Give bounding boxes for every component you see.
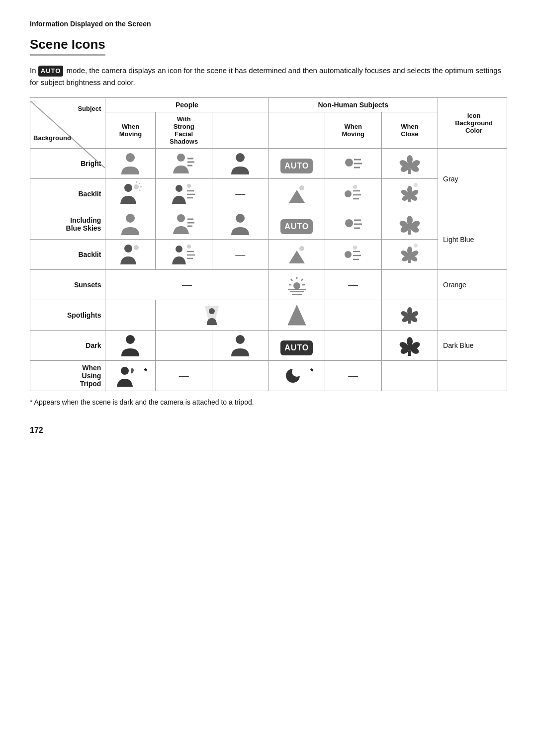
top-label: Information Displayed on the Screen	[30, 20, 507, 28]
dark-nh-auto-icon: AUTO	[268, 331, 325, 361]
row-backlit-2: Backlit —	[30, 240, 507, 270]
spotlights-nh-moving-dash	[325, 300, 382, 331]
sunsets-nh-close-dash	[381, 270, 438, 300]
svg-point-1	[126, 153, 135, 162]
bright-people-icon	[105, 149, 156, 179]
backlit1-label: Backlit	[30, 179, 105, 209]
row-dark: Dark AUTO	[30, 331, 507, 361]
bright-people-moving-icon	[156, 149, 212, 179]
row-tripod: WhenUsingTripod * — *	[30, 361, 507, 391]
spotlights-nh-icon	[268, 300, 325, 331]
backlit2-nh-icon	[268, 240, 325, 270]
svg-line-21	[139, 183, 140, 184]
spotlights-color-empty	[438, 300, 507, 331]
svg-rect-17	[408, 169, 411, 174]
blue-skies-nh-close-icon	[381, 209, 438, 240]
dark-nh-close-icon	[381, 331, 438, 361]
svg-point-102	[126, 335, 135, 344]
svg-line-87	[291, 279, 292, 281]
spotlights-people-icon	[156, 300, 268, 331]
svg-point-109	[406, 344, 413, 351]
gray-color-label: Gray	[438, 149, 507, 209]
svg-rect-42	[408, 198, 411, 202]
backlit2-nh-close-icon	[381, 240, 438, 270]
auto-badge-blueskies: AUTO	[280, 219, 313, 234]
tripod-nh-close-dash	[381, 361, 438, 391]
svg-point-32	[353, 185, 357, 189]
svg-point-64	[187, 245, 191, 249]
when-moving-header-nh: WhenMoving	[325, 112, 382, 149]
non-human-header: Non-Human Subjects	[268, 98, 438, 112]
svg-point-24	[176, 185, 182, 192]
blue-skies-people-icon	[105, 209, 156, 240]
sunsets-nh-moving-dash: —	[325, 270, 382, 300]
svg-line-23	[139, 190, 140, 191]
svg-point-7	[345, 159, 353, 167]
backlit2-people-icon	[105, 240, 156, 270]
blue-skies-nh-auto-icon: AUTO	[268, 209, 325, 240]
auto-badge: AUTO	[38, 66, 64, 77]
backlit1-nh-close-icon	[381, 179, 438, 209]
svg-marker-29	[289, 190, 305, 203]
svg-point-59	[406, 223, 413, 230]
people-header: People	[105, 98, 268, 112]
dark-label: Dark	[30, 331, 105, 361]
backlit1-nh-moving-icon	[325, 179, 382, 209]
svg-point-44	[126, 214, 135, 223]
svg-point-6	[236, 153, 245, 162]
scene-icons-table: Subject Background People Non-Human Subj…	[30, 97, 507, 391]
backlit2-label: Backlit	[30, 240, 105, 270]
dark-people-icon	[105, 331, 156, 361]
svg-point-49	[236, 214, 245, 223]
svg-rect-101	[408, 319, 411, 324]
svg-point-70	[345, 251, 352, 258]
svg-point-100	[407, 313, 413, 319]
blue-skies-nh-moving-icon	[325, 209, 382, 240]
svg-point-69	[299, 246, 304, 251]
bright-nh-auto-icon: AUTO	[268, 149, 325, 179]
subject-background-header: Subject Background	[30, 98, 105, 149]
tripod-nh-moving-dash: —	[325, 361, 382, 391]
light-blue-color-label: Light Blue	[438, 209, 507, 270]
spotlights-nh-close-icon	[381, 300, 438, 331]
svg-point-31	[345, 190, 352, 197]
spotlights-people-dash	[105, 300, 156, 331]
svg-line-85	[301, 279, 303, 281]
svg-point-103	[236, 335, 245, 344]
bright-nh-moving-icon	[325, 149, 382, 179]
tripod-moving-dash: —	[156, 361, 212, 391]
svg-rect-81	[408, 258, 411, 263]
sunsets-people-dash: —	[105, 270, 268, 300]
row-blue-skies: IncludingBlue Skies	[30, 209, 507, 240]
auto-badge-bright: AUTO	[280, 159, 313, 173]
row-spotlights: Spotlights	[30, 300, 507, 331]
svg-point-30	[299, 185, 304, 190]
backlit1-shadows-dash: —	[212, 179, 268, 209]
svg-point-2	[177, 154, 185, 162]
svg-point-43	[414, 183, 418, 187]
subject-label: Subject	[78, 105, 101, 112]
svg-point-80	[407, 252, 413, 258]
non-human-icon-header	[212, 112, 268, 149]
section-title: Scene Icons	[30, 37, 105, 56]
bright-people-shadows-icon	[212, 149, 268, 179]
row-sunsets: Sunsets —	[30, 270, 507, 300]
tripod-label: WhenUsingTripod	[30, 361, 105, 391]
blue-skies-people-moving-icon	[156, 209, 212, 240]
svg-point-82	[414, 244, 418, 248]
backlit1-people-icon	[105, 179, 156, 209]
dark-blue-color-label: Dark Blue	[438, 331, 507, 361]
tripod-shadows-dash	[212, 361, 268, 391]
svg-point-83	[293, 282, 300, 289]
auto-badge-dark: AUTO	[280, 340, 313, 355]
svg-point-71	[353, 246, 357, 250]
svg-point-93	[209, 308, 215, 314]
blue-skies-shadows-icon	[212, 209, 268, 240]
svg-point-19	[134, 184, 139, 189]
sunsets-nh-icon	[268, 270, 325, 300]
svg-point-45	[177, 214, 185, 222]
svg-marker-68	[289, 251, 305, 263]
blue-skies-label: IncludingBlue Skies	[30, 209, 105, 240]
svg-rect-110	[408, 351, 411, 356]
non-human-plain-header	[268, 112, 325, 149]
